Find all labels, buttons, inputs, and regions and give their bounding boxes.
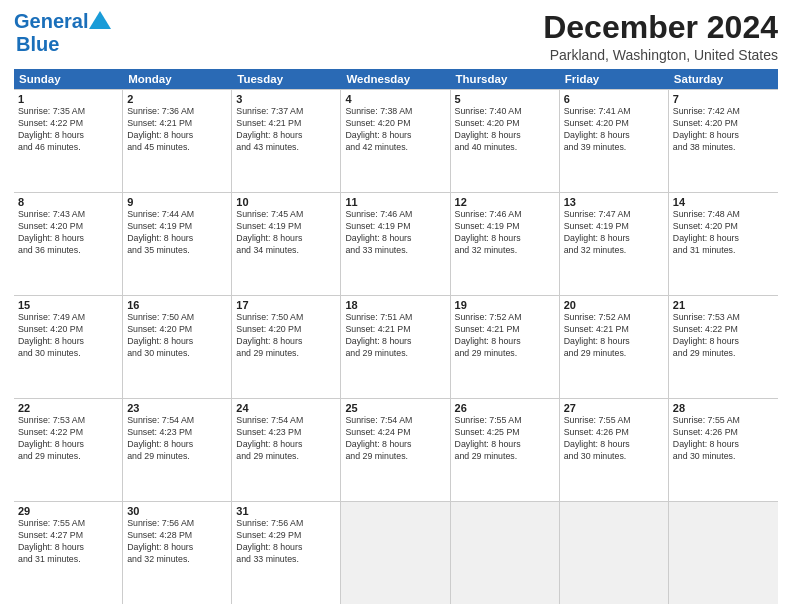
- cal-cell: 19Sunrise: 7:52 AMSunset: 4:21 PMDayligh…: [451, 296, 560, 398]
- cell-info: Sunrise: 7:49 AMSunset: 4:20 PMDaylight:…: [18, 312, 118, 360]
- calendar-header: SundayMondayTuesdayWednesdayThursdayFrid…: [14, 69, 778, 89]
- cal-cell: 27Sunrise: 7:55 AMSunset: 4:26 PMDayligh…: [560, 399, 669, 501]
- cell-info: Sunrise: 7:48 AMSunset: 4:20 PMDaylight:…: [673, 209, 774, 257]
- cell-info: Sunrise: 7:37 AMSunset: 4:21 PMDaylight:…: [236, 106, 336, 154]
- cal-cell: 20Sunrise: 7:52 AMSunset: 4:21 PMDayligh…: [560, 296, 669, 398]
- cell-info: Sunrise: 7:51 AMSunset: 4:21 PMDaylight:…: [345, 312, 445, 360]
- day-header-monday: Monday: [123, 69, 232, 89]
- cell-info: Sunrise: 7:50 AMSunset: 4:20 PMDaylight:…: [127, 312, 227, 360]
- day-number: 14: [673, 196, 774, 208]
- day-number: 5: [455, 93, 555, 105]
- page: General Blue December 2024 Parkland, Was…: [0, 0, 792, 612]
- day-number: 28: [673, 402, 774, 414]
- cell-info: Sunrise: 7:53 AMSunset: 4:22 PMDaylight:…: [18, 415, 118, 463]
- week-row-5: 29Sunrise: 7:55 AMSunset: 4:27 PMDayligh…: [14, 502, 778, 604]
- cell-info: Sunrise: 7:43 AMSunset: 4:20 PMDaylight:…: [18, 209, 118, 257]
- cal-cell: 17Sunrise: 7:50 AMSunset: 4:20 PMDayligh…: [232, 296, 341, 398]
- logo-blue: Blue: [16, 33, 59, 55]
- cell-info: Sunrise: 7:54 AMSunset: 4:24 PMDaylight:…: [345, 415, 445, 463]
- cal-cell: 28Sunrise: 7:55 AMSunset: 4:26 PMDayligh…: [669, 399, 778, 501]
- day-number: 24: [236, 402, 336, 414]
- cell-info: Sunrise: 7:36 AMSunset: 4:21 PMDaylight:…: [127, 106, 227, 154]
- cal-cell: 29Sunrise: 7:55 AMSunset: 4:27 PMDayligh…: [14, 502, 123, 604]
- day-number: 25: [345, 402, 445, 414]
- cal-cell: 6Sunrise: 7:41 AMSunset: 4:20 PMDaylight…: [560, 90, 669, 192]
- day-header-sunday: Sunday: [14, 69, 123, 89]
- cal-cell: 8Sunrise: 7:43 AMSunset: 4:20 PMDaylight…: [14, 193, 123, 295]
- cal-cell: 22Sunrise: 7:53 AMSunset: 4:22 PMDayligh…: [14, 399, 123, 501]
- cal-cell: 11Sunrise: 7:46 AMSunset: 4:19 PMDayligh…: [341, 193, 450, 295]
- cal-cell: 5Sunrise: 7:40 AMSunset: 4:20 PMDaylight…: [451, 90, 560, 192]
- logo-general: General: [14, 10, 88, 33]
- day-number: 30: [127, 505, 227, 517]
- cell-info: Sunrise: 7:42 AMSunset: 4:20 PMDaylight:…: [673, 106, 774, 154]
- day-number: 17: [236, 299, 336, 311]
- calendar: SundayMondayTuesdayWednesdayThursdayFrid…: [14, 69, 778, 604]
- cell-info: Sunrise: 7:54 AMSunset: 4:23 PMDaylight:…: [127, 415, 227, 463]
- cell-info: Sunrise: 7:55 AMSunset: 4:26 PMDaylight:…: [564, 415, 664, 463]
- day-number: 16: [127, 299, 227, 311]
- cal-cell: 1Sunrise: 7:35 AMSunset: 4:22 PMDaylight…: [14, 90, 123, 192]
- cal-cell: 16Sunrise: 7:50 AMSunset: 4:20 PMDayligh…: [123, 296, 232, 398]
- cal-cell: 31Sunrise: 7:56 AMSunset: 4:29 PMDayligh…: [232, 502, 341, 604]
- day-number: 26: [455, 402, 555, 414]
- day-number: 12: [455, 196, 555, 208]
- logo: General Blue: [14, 10, 111, 56]
- week-row-3: 15Sunrise: 7:49 AMSunset: 4:20 PMDayligh…: [14, 296, 778, 399]
- day-header-saturday: Saturday: [669, 69, 778, 89]
- cell-info: Sunrise: 7:45 AMSunset: 4:19 PMDaylight:…: [236, 209, 336, 257]
- day-number: 9: [127, 196, 227, 208]
- cal-cell: 13Sunrise: 7:47 AMSunset: 4:19 PMDayligh…: [560, 193, 669, 295]
- cal-cell: 4Sunrise: 7:38 AMSunset: 4:20 PMDaylight…: [341, 90, 450, 192]
- title-block: December 2024 Parkland, Washington, Unit…: [543, 10, 778, 63]
- day-number: 18: [345, 299, 445, 311]
- cal-cell: [451, 502, 560, 604]
- cell-info: Sunrise: 7:52 AMSunset: 4:21 PMDaylight:…: [455, 312, 555, 360]
- cell-info: Sunrise: 7:55 AMSunset: 4:25 PMDaylight:…: [455, 415, 555, 463]
- day-number: 29: [18, 505, 118, 517]
- day-number: 8: [18, 196, 118, 208]
- day-header-thursday: Thursday: [451, 69, 560, 89]
- week-row-1: 1Sunrise: 7:35 AMSunset: 4:22 PMDaylight…: [14, 90, 778, 193]
- cell-info: Sunrise: 7:56 AMSunset: 4:29 PMDaylight:…: [236, 518, 336, 566]
- cal-cell: 26Sunrise: 7:55 AMSunset: 4:25 PMDayligh…: [451, 399, 560, 501]
- cell-info: Sunrise: 7:44 AMSunset: 4:19 PMDaylight:…: [127, 209, 227, 257]
- day-number: 20: [564, 299, 664, 311]
- day-number: 13: [564, 196, 664, 208]
- cal-cell: 3Sunrise: 7:37 AMSunset: 4:21 PMDaylight…: [232, 90, 341, 192]
- cell-info: Sunrise: 7:54 AMSunset: 4:23 PMDaylight:…: [236, 415, 336, 463]
- cell-info: Sunrise: 7:56 AMSunset: 4:28 PMDaylight:…: [127, 518, 227, 566]
- main-title: December 2024: [543, 10, 778, 45]
- cal-cell: 2Sunrise: 7:36 AMSunset: 4:21 PMDaylight…: [123, 90, 232, 192]
- day-number: 31: [236, 505, 336, 517]
- calendar-body: 1Sunrise: 7:35 AMSunset: 4:22 PMDaylight…: [14, 89, 778, 604]
- cell-info: Sunrise: 7:55 AMSunset: 4:27 PMDaylight:…: [18, 518, 118, 566]
- day-number: 15: [18, 299, 118, 311]
- day-number: 22: [18, 402, 118, 414]
- day-number: 21: [673, 299, 774, 311]
- subtitle: Parkland, Washington, United States: [543, 47, 778, 63]
- cell-info: Sunrise: 7:46 AMSunset: 4:19 PMDaylight:…: [455, 209, 555, 257]
- logo-arrow-icon: [89, 11, 111, 29]
- cell-info: Sunrise: 7:47 AMSunset: 4:19 PMDaylight:…: [564, 209, 664, 257]
- cell-info: Sunrise: 7:41 AMSunset: 4:20 PMDaylight:…: [564, 106, 664, 154]
- day-number: 19: [455, 299, 555, 311]
- cal-cell: 9Sunrise: 7:44 AMSunset: 4:19 PMDaylight…: [123, 193, 232, 295]
- cell-info: Sunrise: 7:50 AMSunset: 4:20 PMDaylight:…: [236, 312, 336, 360]
- cal-cell: 24Sunrise: 7:54 AMSunset: 4:23 PMDayligh…: [232, 399, 341, 501]
- cell-info: Sunrise: 7:38 AMSunset: 4:20 PMDaylight:…: [345, 106, 445, 154]
- cal-cell: 14Sunrise: 7:48 AMSunset: 4:20 PMDayligh…: [669, 193, 778, 295]
- day-header-wednesday: Wednesday: [341, 69, 450, 89]
- day-number: 27: [564, 402, 664, 414]
- day-number: 6: [564, 93, 664, 105]
- week-row-2: 8Sunrise: 7:43 AMSunset: 4:20 PMDaylight…: [14, 193, 778, 296]
- cal-cell: [560, 502, 669, 604]
- cal-cell: [341, 502, 450, 604]
- day-number: 23: [127, 402, 227, 414]
- day-number: 7: [673, 93, 774, 105]
- cal-cell: 18Sunrise: 7:51 AMSunset: 4:21 PMDayligh…: [341, 296, 450, 398]
- cal-cell: 12Sunrise: 7:46 AMSunset: 4:19 PMDayligh…: [451, 193, 560, 295]
- day-number: 3: [236, 93, 336, 105]
- header: General Blue December 2024 Parkland, Was…: [14, 10, 778, 63]
- cal-cell: 23Sunrise: 7:54 AMSunset: 4:23 PMDayligh…: [123, 399, 232, 501]
